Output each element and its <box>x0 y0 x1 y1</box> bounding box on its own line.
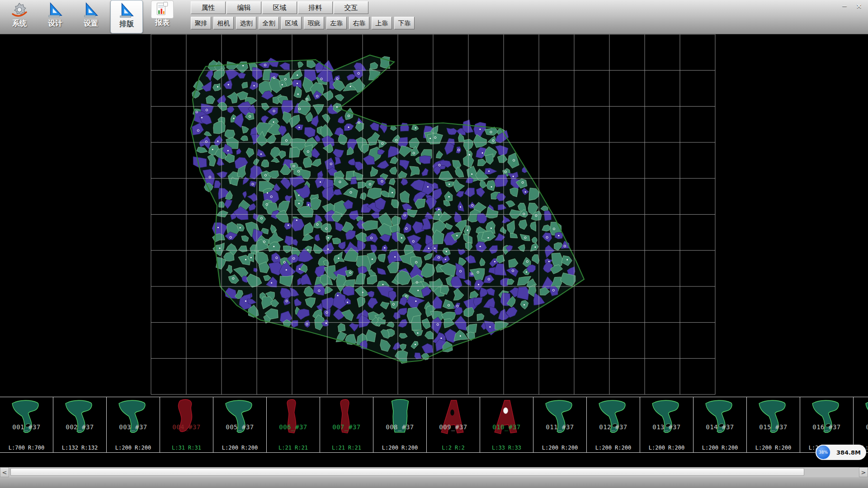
tool-cut-all[interactable]: 全割 <box>259 17 279 29</box>
tool-select-cut[interactable]: 选割 <box>236 17 256 29</box>
piece-thumbnail[interactable]: 002_#37L:132 R:132 <box>53 397 107 452</box>
piece-lr-count: L:31 R:31 <box>160 445 213 451</box>
nav-layout-button[interactable]: 排版 <box>110 0 143 33</box>
piece-thumbnail[interactable]: 015_#37L:200 R:200 <box>747 397 800 452</box>
piece-shape <box>859 398 868 436</box>
piece-lr-count: L:132 R:132 <box>53 445 106 451</box>
app-nav: 系统 设计 设置 <box>0 0 179 34</box>
piece-thumbnail[interactable]: 013_#37L:200 R:200 <box>640 397 693 452</box>
piece-shape <box>5 398 48 436</box>
piece-shape <box>698 398 742 436</box>
tool-align-bottom[interactable]: 下靠 <box>394 17 415 29</box>
bottom-strip <box>0 477 868 488</box>
tool-defect[interactable]: 瑕疵 <box>304 17 324 29</box>
nav-report-label: 报表 <box>155 18 170 28</box>
piece-lr-count: L:2 R:2 <box>427 445 480 451</box>
piece-shape <box>218 398 262 436</box>
tool-region[interactable]: 区域 <box>281 17 302 29</box>
window-controls: ─ ✕ <box>839 1 864 11</box>
piece-shape <box>645 398 689 436</box>
tab-nesting[interactable]: 排料 <box>298 1 333 14</box>
piece-lr-count: L:21 R:21 <box>320 445 373 451</box>
piece-shape <box>325 398 368 436</box>
tab-interact[interactable]: 交互 <box>334 1 368 14</box>
set-square-icon <box>118 1 136 19</box>
report-icon <box>151 1 173 18</box>
piece-shape <box>165 398 208 436</box>
set-square-icon <box>46 1 64 19</box>
piece-shape <box>752 398 795 436</box>
piece-thumbnail[interactable]: 009_#37L:2 R:2 <box>427 397 480 452</box>
nav-report-button[interactable]: 报表 <box>146 0 179 33</box>
piece-shape <box>592 398 635 436</box>
gear-icon <box>10 1 28 19</box>
piece-shape <box>805 398 849 436</box>
piece-shape <box>112 398 155 436</box>
nav-layout-label: 排版 <box>119 19 134 29</box>
minimize-button[interactable]: ─ <box>839 1 850 11</box>
piece-lr-count: L:200 R:200 <box>107 445 160 451</box>
piece-thumbnail[interactable]: 001_#37L:700 R:700 <box>0 397 53 452</box>
scroll-left-button[interactable]: < <box>0 467 9 477</box>
piece-lr-count: L:200 R:200 <box>747 445 800 451</box>
scrollbar-thumb[interactable] <box>10 468 804 476</box>
piece-shape <box>485 398 528 436</box>
tool-align-right[interactable]: 右靠 <box>349 17 369 29</box>
piece-lr-count: L:21 R:21 <box>267 445 320 451</box>
memory-status: 38% 384.8M <box>816 445 866 460</box>
nav-settings-button[interactable]: 设置 <box>75 0 107 33</box>
tab-properties[interactable]: 属性 <box>191 1 226 14</box>
tool-row: 聚排 相机 选割 全割 区域 瑕疵 左靠 右靠 上靠 下靠 <box>191 17 415 29</box>
piece-shape <box>58 398 102 436</box>
piece-lr-count: L:200 R:200 <box>213 445 266 451</box>
piece-shape <box>378 398 422 436</box>
tab-region[interactable]: 区域 <box>262 1 297 14</box>
piece-filmstrip: 001_#37L:700 R:700002_#37L:132 R:132003_… <box>0 397 868 453</box>
piece-thumbnail[interactable]: 014_#37L:200 R:200 <box>693 397 747 452</box>
piece-thumbnail[interactable]: 010_#37L:33 R:33 <box>480 397 533 452</box>
piece-shape <box>538 398 582 436</box>
close-button[interactable]: ✕ <box>854 1 864 11</box>
piece-shape <box>432 398 475 436</box>
piece-thumbnail[interactable]: 011_#37L:200 R:200 <box>533 397 587 452</box>
piece-thumbnail[interactable]: 007_#37L:21 R:21 <box>320 397 373 452</box>
tool-camera[interactable]: 相机 <box>213 17 234 29</box>
tool-cluster-nest[interactable]: 聚排 <box>191 17 211 29</box>
piece-thumbnail[interactable]: 017_#37L:200 R:200 <box>854 397 868 452</box>
tool-align-top[interactable]: 上靠 <box>372 17 392 29</box>
nav-system-label: 系统 <box>12 19 27 28</box>
tab-edit[interactable]: 编辑 <box>226 1 261 14</box>
piece-lr-count: L:200 R:200 <box>693 445 746 451</box>
nav-system-button[interactable]: 系统 <box>3 0 36 33</box>
scroll-right-button[interactable]: > <box>859 467 868 477</box>
horizontal-scrollbar: < > <box>0 467 868 477</box>
progress-circle: 38% <box>816 445 831 460</box>
nesting-canvas[interactable] <box>0 34 868 397</box>
piece-lr-count: L:33 R:33 <box>480 445 533 451</box>
nav-design-button[interactable]: 设计 <box>39 0 71 33</box>
piece-thumbnail[interactable]: 008_#37L:200 R:200 <box>373 397 427 452</box>
progress-percent-label: 38% <box>819 450 828 455</box>
nav-settings-label: 设置 <box>84 19 98 28</box>
piece-thumbnail[interactable]: 016_#37L:200 R:200 <box>800 397 854 452</box>
piece-lr-count: L:200 R:200 <box>533 445 586 451</box>
piece-thumbnail[interactable]: 004_#37L:31 R:31 <box>160 397 213 452</box>
top-toolbar: 系统 设计 设置 <box>0 0 868 34</box>
nesting-canvas-svg[interactable] <box>0 34 868 397</box>
piece-thumbnail[interactable]: 005_#37L:200 R:200 <box>213 397 267 452</box>
piece-lr-count: L:200 R:200 <box>640 445 693 451</box>
piece-thumbnail[interactable]: 003_#37L:200 R:200 <box>107 397 160 452</box>
tool-align-left[interactable]: 左靠 <box>326 17 347 29</box>
piece-lr-count: L:200 R:200 <box>373 445 426 451</box>
menu-tabs: 属性 编辑 区域 排料 交互 <box>191 1 368 14</box>
piece-thumbnail[interactable]: 006_#37L:21 R:21 <box>267 397 320 452</box>
set-square-icon <box>82 1 100 19</box>
scrollbar-track[interactable] <box>9 467 859 477</box>
nav-design-label: 设计 <box>48 19 62 28</box>
piece-thumbnail[interactable]: 012_#37L:200 R:200 <box>587 397 640 452</box>
piece-lr-count: L:200 R:200 <box>587 445 640 451</box>
piece-lr-count: L:700 R:700 <box>0 445 53 451</box>
piece-shape <box>272 398 315 436</box>
memory-label: 384.8M <box>831 449 866 456</box>
